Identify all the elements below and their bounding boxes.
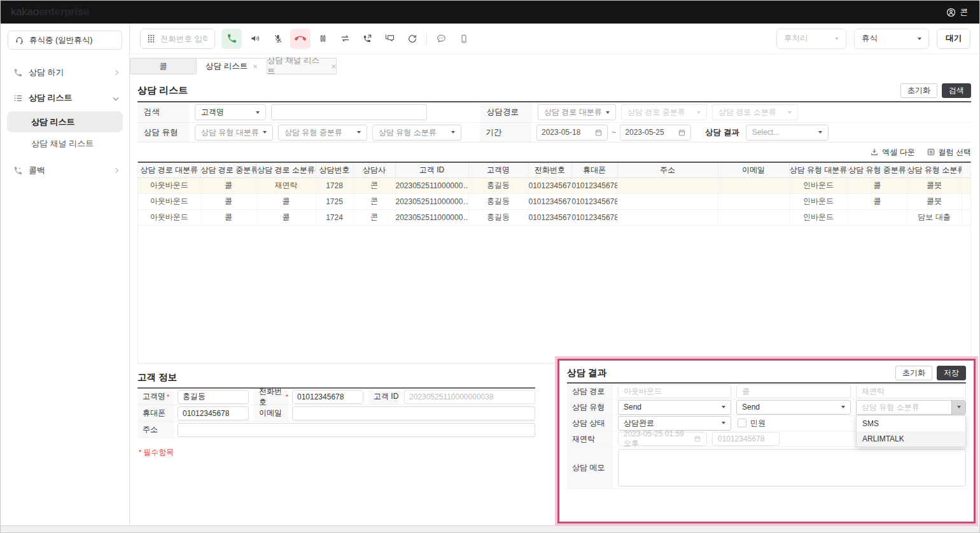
customer-form-row: 고객명* 전화번호* 고객 ID: [137, 389, 535, 405]
sidebar-item-callback[interactable]: 콜백: [1, 158, 129, 183]
sidebar-item-consult-list[interactable]: 상담 리스트: [1, 85, 129, 111]
result-reset-button[interactable]: 초기화: [895, 366, 932, 380]
mobile-icon[interactable]: [452, 29, 475, 49]
caret-down-icon: [957, 406, 961, 408]
user-menu[interactable]: 콘: [946, 7, 969, 18]
result-type-major-select[interactable]: Send: [618, 400, 731, 415]
table-row[interactable]: 아웃바운드콜재연락1728콘2023052511000000…홍길동010123…: [138, 177, 970, 193]
col-header[interactable]: 상담 유형 소분류: [907, 163, 962, 177]
type-major-select[interactable]: 상담 유형 대분류: [195, 125, 273, 141]
column-select-action[interactable]: 컬럼 선택: [927, 147, 971, 158]
memo-textarea[interactable]: [618, 449, 966, 487]
speaker-icon[interactable]: [244, 29, 267, 49]
tab-channel-list[interactable]: 상담 채널 리스트 ×: [267, 58, 337, 74]
search-keyword-input[interactable]: [271, 104, 427, 120]
caret-down-icon: [722, 406, 725, 408]
cell: 01012345678: [528, 177, 571, 193]
date-from-picker[interactable]: 2023-05-18: [536, 125, 608, 141]
caret-down-icon: [788, 111, 792, 114]
search-field-select-value: 고객명: [201, 107, 224, 118]
sidebar-subitem-channel-list[interactable]: 상담 채널 리스트: [7, 133, 123, 154]
transfer-icon[interactable]: [334, 29, 356, 49]
type-minor-select[interactable]: 상담 유형 소분류: [372, 125, 461, 141]
message-bubble-icon[interactable]: [430, 29, 452, 49]
result-save-button[interactable]: 저장: [937, 366, 966, 380]
sidebar-item-label: 상담 하기: [29, 67, 64, 78]
customer-phone-input[interactable]: [292, 390, 363, 404]
close-icon[interactable]: ×: [331, 62, 336, 71]
dialpad-icon[interactable]: [146, 34, 156, 43]
search-button[interactable]: 검색: [942, 83, 971, 98]
excel-download-action[interactable]: 엑셀 다운: [870, 147, 914, 158]
result-type-middle-select[interactable]: Send: [736, 400, 851, 415]
result-path-minor-field: 재연락: [856, 384, 966, 398]
sidebar-subitem-consult-list[interactable]: 상담 리스트: [7, 111, 123, 132]
result-row-memo: 상담 메모: [567, 447, 966, 489]
result-type-minor-select[interactable]: 상담 유형 소분류: [856, 400, 966, 415]
refresh-icon[interactable]: [401, 29, 423, 49]
mic-off-icon[interactable]: [267, 29, 289, 49]
result-filter-select[interactable]: Select...: [746, 125, 829, 141]
customer-email-input[interactable]: [292, 406, 535, 420]
result-row-path: 상담 경로 아웃바운드 콜 재연락: [567, 384, 966, 399]
customer-mobile-input[interactable]: [178, 406, 249, 420]
col-header[interactable]: 주소: [617, 163, 718, 177]
result-status-select[interactable]: 상담완료: [618, 416, 731, 431]
postprocess-select: 후처리: [776, 29, 846, 49]
col-header[interactable]: 상담 경로 대분류: [138, 163, 200, 177]
col-header[interactable]: 휴대폰: [571, 163, 617, 177]
customer-address-input[interactable]: [178, 423, 535, 437]
consult-table: 상담 경로 대분류 상담 경로 중분류 상담 경로 소분류 상담번호 상담사 고…: [138, 163, 970, 226]
search-field-select[interactable]: 고객명: [195, 104, 266, 120]
cell: 재연락: [256, 177, 316, 193]
cell: 1725: [316, 193, 353, 209]
memo-label: 상담 메모: [567, 447, 613, 488]
toolbar-right: 후처리 휴식 대기: [776, 29, 970, 49]
col-header[interactable]: 상담 경로 소분류: [256, 163, 316, 177]
consult-table-wrap: 상담 경로 대분류 상담 경로 중분류 상담 경로 소분류 상담번호 상담사 고…: [137, 162, 971, 364]
reset-button[interactable]: 초기화: [900, 83, 937, 98]
table-actions: 엑셀 다운 컬럼 선택: [137, 142, 971, 162]
type-middle-select[interactable]: 상담 유형 중분류: [278, 125, 367, 141]
agent-status-box[interactable]: 휴식중 (일반휴식): [8, 31, 122, 50]
customer-info-title: 고객 정보: [137, 371, 535, 385]
call-button[interactable]: [221, 29, 242, 49]
col-header[interactable]: 상담사: [353, 163, 395, 177]
path-middle-value: 상담 경로 중분류: [627, 107, 685, 118]
tab-consult-list[interactable]: 상담 리스트 ×: [196, 58, 267, 74]
col-header[interactable]: 이메일: [718, 163, 789, 177]
col-header[interactable]: 상담 유형 대분류: [789, 163, 848, 177]
col-header[interactable]: 고객 ID: [395, 163, 468, 177]
tab-call[interactable]: 콜: [130, 58, 197, 74]
cell: 아웃바운드: [138, 177, 200, 193]
col-header[interactable]: 상담번호: [316, 163, 353, 177]
hangup-button[interactable]: [290, 29, 311, 49]
tab-label: 상담 리스트: [206, 61, 248, 72]
rest-select[interactable]: 휴식: [854, 29, 929, 49]
filter-row-1: 검색 고객명 상담경로 상담 경로 대분류 상담 경로 중분류 상담 경로 소분…: [137, 102, 971, 122]
col-header[interactable]: 고객명: [468, 163, 528, 177]
dropdown-option-sms[interactable]: SMS: [857, 416, 965, 431]
phone-number-input[interactable]: [160, 34, 207, 43]
select-open-button[interactable]: [951, 401, 965, 414]
calendar-icon: [694, 435, 701, 443]
table-row[interactable]: 아웃바운드콜콜1725콘2023052511000000…홍길동01012345…: [138, 193, 970, 209]
col-header[interactable]: 상담 유형 중분류: [848, 163, 907, 177]
path-major-select[interactable]: 상담 경로 대분류: [538, 104, 616, 120]
chat-icon[interactable]: [379, 29, 401, 49]
date-to-picker[interactable]: 2023-05-25: [620, 125, 691, 141]
col-header[interactable]: 전화번호: [528, 163, 571, 177]
outgoing-call-icon[interactable]: [356, 29, 379, 49]
hold-pause-icon[interactable]: [312, 29, 334, 49]
date-to-value: 2023-05-25: [625, 128, 664, 137]
sidebar-item-consult[interactable]: 상담 하기: [1, 60, 129, 85]
customer-name-input[interactable]: [178, 390, 249, 404]
col-header[interactable]: 상담 경로 중분류: [200, 163, 256, 177]
required-mark: *: [286, 393, 288, 401]
dropdown-option-arlimtalk[interactable]: ARLIMTALK: [857, 431, 965, 446]
standby-button[interactable]: 대기: [937, 29, 970, 49]
complaint-checkbox[interactable]: [738, 419, 746, 427]
table-row[interactable]: 아웃바운드콜콜1724콘2023052511000000…홍길동01012345…: [138, 209, 970, 225]
caret-down-icon: [835, 38, 839, 40]
close-icon[interactable]: ×: [253, 62, 258, 71]
